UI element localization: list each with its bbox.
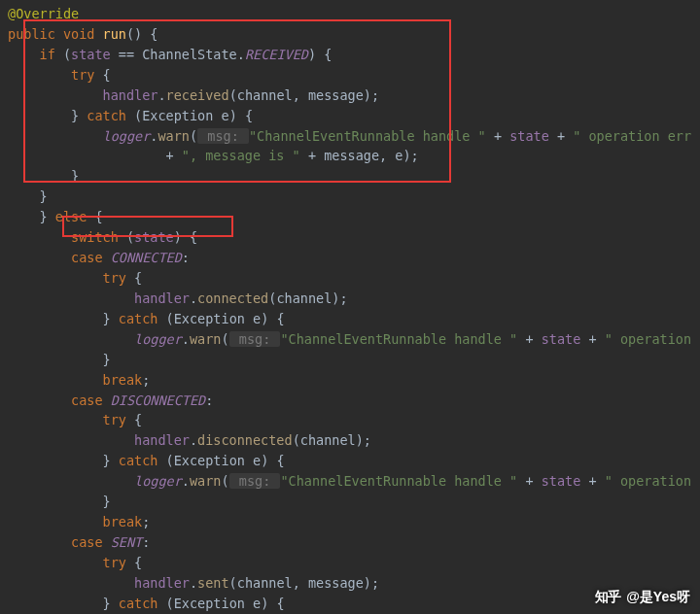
- param-hint: msg:: [197, 128, 249, 144]
- annotation: @Override: [8, 6, 79, 21]
- code-block: @Override public void run() { if (state …: [0, 0, 700, 614]
- zhihu-logo-icon: 知乎: [595, 587, 620, 608]
- watermark-text: @是Yes呀: [626, 587, 690, 608]
- param-hint: msg:: [229, 331, 281, 347]
- param-hint: msg:: [229, 473, 281, 489]
- watermark: 知乎 @是Yes呀: [595, 587, 690, 608]
